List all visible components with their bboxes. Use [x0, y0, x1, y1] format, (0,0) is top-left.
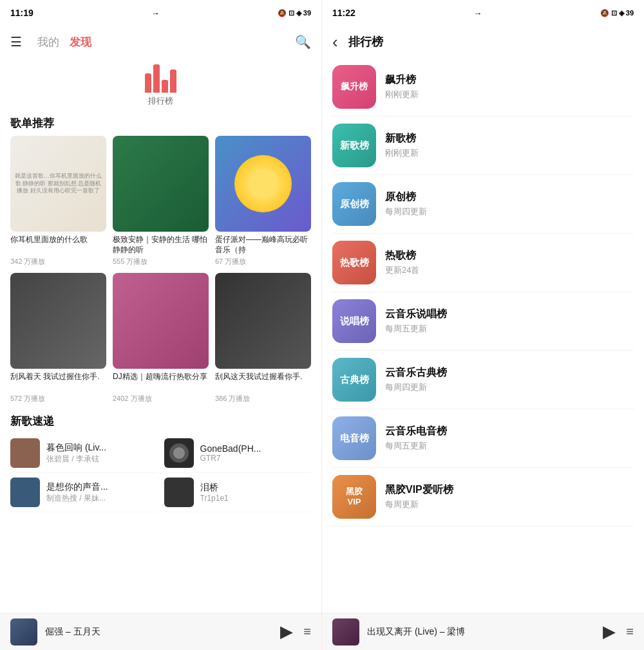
nav-tabs: 我的 发现 — [37, 35, 91, 50]
playlist-plays-6: 386 万播放 — [215, 394, 311, 404]
playlist-cover-1: 就是这首歌…你耳机里面放的什么歌 静静的听 那就别乱想 总是随机播放 好久没有用… — [10, 136, 106, 232]
song-artist-2: GTR7 — [200, 454, 312, 463]
song-name-4: 泪桥 — [200, 482, 312, 494]
song-info-1: 暮色回响 (Liv... 张碧晨 / 李承铉 — [46, 442, 158, 465]
new-songs-title: 新歌速递 — [0, 409, 321, 434]
chart-badge-6: 电音榜 — [332, 416, 376, 460]
chart-entry-0[interactable]: 飙升榜 飙升榜 刚刚更新 — [332, 58, 634, 116]
chart-entry-6[interactable]: 电音榜 云音乐电音榜 每周五更新 — [332, 409, 634, 468]
chart-entry-4[interactable]: 说唱榜 云音乐说唱榜 每周五更新 — [332, 292, 634, 351]
chart-info-3: 热歌榜 更新24首 — [385, 249, 634, 276]
chart-badge-1: 新歌榜 — [332, 124, 376, 167]
chart-badge-7: 黑胶VIP — [332, 475, 376, 519]
playlist-item-5[interactable]: DJ精选｜超嗨流行热歌分享 2402 万播放 — [113, 273, 209, 404]
chart-badge-0: 飙升榜 — [332, 65, 376, 109]
avatar-silhouette — [169, 443, 189, 463]
song-name-1: 暮色回响 (Liv... — [46, 442, 158, 454]
chart-badge-text-2: 原创榜 — [340, 198, 369, 210]
chart-update-4: 每周五更新 — [385, 323, 634, 335]
chart-badge-3: 热歌榜 — [332, 241, 376, 284]
song-artist-3: 制造热搜 / 果妹... — [46, 493, 158, 504]
playlist-plays-4: 572 万播放 — [10, 394, 106, 404]
chart-info-0: 飙升榜 刚刚更新 — [385, 73, 634, 100]
chart-info-1: 新歌榜 刚刚更新 — [385, 132, 634, 159]
right-arrow: → — [473, 8, 482, 18]
chart-entry-5[interactable]: 古典榜 云音乐古典榜 每周四更新 — [332, 351, 634, 409]
right-player-controls: ▶ ≡ — [603, 622, 634, 642]
playlist-item-3[interactable]: 蛋仔派对——巅峰高玩必听音乐（持 67 万播放 — [215, 136, 311, 266]
playlist-cover-6 — [215, 273, 311, 369]
playlist-title-3: 蛋仔派对——巅峰高玩必听音乐（持 — [215, 235, 311, 255]
chart-info-5: 云音乐古典榜 每周四更新 — [385, 366, 634, 393]
song-row-4[interactable]: 泪桥 Tr1p1e1 — [164, 473, 312, 512]
right-player-info: 出现又离开 (Live) – 梁博 — [367, 626, 595, 638]
chart-info-6: 云音乐电音榜 每周五更新 — [385, 425, 634, 452]
chart-info-2: 原创榜 每周四更新 — [385, 190, 634, 218]
left-play-button[interactable]: ▶ — [280, 622, 293, 642]
left-list-button[interactable]: ≡ — [303, 624, 311, 639]
playlist-cover-2 — [113, 136, 209, 232]
chart-badge-text-7: 黑胶VIP — [346, 487, 363, 506]
song-row-1[interactable]: 暮色回响 (Liv... 张碧晨 / 李承铉 — [10, 434, 158, 473]
playlist-title-5: DJ精选｜超嗨流行热歌分享 — [113, 372, 209, 393]
chart-update-5: 每周四更新 — [385, 382, 634, 393]
song-row-2[interactable]: GoneBad(PH... GTR7 — [164, 434, 312, 473]
right-list-button[interactable]: ≡ — [626, 624, 634, 639]
playlist-item-2[interactable]: 极致安静｜安静的生活 哪怕静静的听 555 万播放 — [113, 136, 209, 266]
song-row-3[interactable]: 是想你的声音... 制造热搜 / 果妹... — [10, 473, 158, 512]
left-bottom-player: 倔强 – 五月天 ▶ ≡ — [0, 613, 321, 650]
song-cover-2 — [164, 438, 194, 468]
right-panel: 11:22 → 🔕 ⊡ ◈ 39 ‹ 排行榜 飙升榜 飙升榜 刚刚更新 新歌榜 … — [322, 0, 644, 650]
playlist-cover-5 — [113, 273, 209, 369]
left-player-info: 倔强 – 五月天 — [45, 626, 272, 638]
playlist-item-4[interactable]: 刮风着天 我试过握住你手. 572 万播放 — [10, 273, 106, 404]
playlist-cover-3 — [215, 136, 311, 232]
playlist-plays-2: 555 万播放 — [113, 257, 209, 266]
song-info-2: GoneBad(PH... GTR7 — [200, 443, 312, 463]
chart-update-6: 每周五更新 — [385, 440, 634, 452]
playlist-item-6[interactable]: 刮风这天我试过握看你手. 386 万播放 — [215, 273, 311, 404]
song-cover-3 — [10, 478, 40, 507]
right-signal-icons: 🔕 ⊡ ◈ 39 — [600, 9, 634, 17]
tab-discover[interactable]: 发现 — [70, 35, 91, 50]
song-name-3: 是想你的声音... — [46, 481, 158, 493]
chart-list: 飙升榜 飙升榜 刚刚更新 新歌榜 新歌榜 刚刚更新 原创榜 原创榜 每周四更新 — [322, 58, 644, 613]
chart-name-5: 云音乐古典榜 — [385, 366, 634, 380]
search-icon[interactable]: 🔍 — [295, 34, 311, 50]
playlist-grid-row1: 就是这首歌…你耳机里面放的什么歌 静静的听 那就别乱想 总是随机播放 好久没有用… — [0, 136, 321, 266]
chart-bars-icon — [145, 64, 176, 93]
bar-2 — [153, 64, 160, 93]
bar-3 — [162, 80, 168, 93]
chart-badge-text-3: 热歌榜 — [340, 257, 369, 269]
left-status-bar: 11:19 → 🔕 ⊡ ◈ 39 — [0, 0, 321, 26]
chart-name-0: 飙升榜 — [385, 73, 634, 87]
right-time: 11:22 — [332, 8, 355, 18]
chart-badge-text-4: 说唱榜 — [340, 315, 369, 328]
playlist-section-title: 歌单推荐 — [0, 111, 321, 136]
left-status-icons: 🔕 ⊡ ◈ 39 — [278, 9, 311, 17]
song-name-2: GoneBad(PH... — [200, 443, 312, 454]
left-player-controls: ▶ ≡ — [280, 622, 311, 642]
chart-entry-1[interactable]: 新歌榜 新歌榜 刚刚更新 — [332, 116, 634, 175]
playlist-item-1[interactable]: 就是这首歌…你耳机里面放的什么歌 静静的听 那就别乱想 总是随机播放 好久没有用… — [10, 136, 106, 266]
playlist-title-2: 极致安静｜安静的生活 哪怕静静的听 — [113, 235, 209, 255]
playlist-cover-4 — [10, 273, 106, 369]
back-icon[interactable]: ‹ — [332, 32, 338, 52]
playlist-plays-5: 2402 万播放 — [113, 394, 209, 404]
left-time: 11:19 — [10, 8, 33, 18]
cover-text-1: 就是这首歌…你耳机里面放的什么歌 静静的听 那就别乱想 总是随机播放 好久没有用… — [10, 136, 106, 232]
bar-1 — [145, 73, 151, 93]
chart-entry-3[interactable]: 热歌榜 热歌榜 更新24首 — [332, 234, 634, 292]
bar-4 — [170, 70, 176, 93]
song-cover-4 — [164, 478, 194, 507]
chart-entry-7[interactable]: 黑胶VIP 黑胶VIP爱听榜 每周更新 — [332, 468, 634, 526]
tab-mine[interactable]: 我的 — [37, 35, 59, 50]
chart-entry-2[interactable]: 原创榜 原创榜 每周四更新 — [332, 175, 634, 234]
avatar-head — [173, 447, 185, 459]
menu-icon[interactable]: ☰ — [10, 34, 22, 50]
chart-name-1: 新歌榜 — [385, 132, 634, 145]
right-play-button[interactable]: ▶ — [603, 622, 616, 642]
chart-name-4: 云音乐说唱榜 — [385, 308, 634, 321]
chart-update-2: 每周四更新 — [385, 206, 634, 218]
song-artist-4: Tr1p1e1 — [200, 494, 312, 503]
